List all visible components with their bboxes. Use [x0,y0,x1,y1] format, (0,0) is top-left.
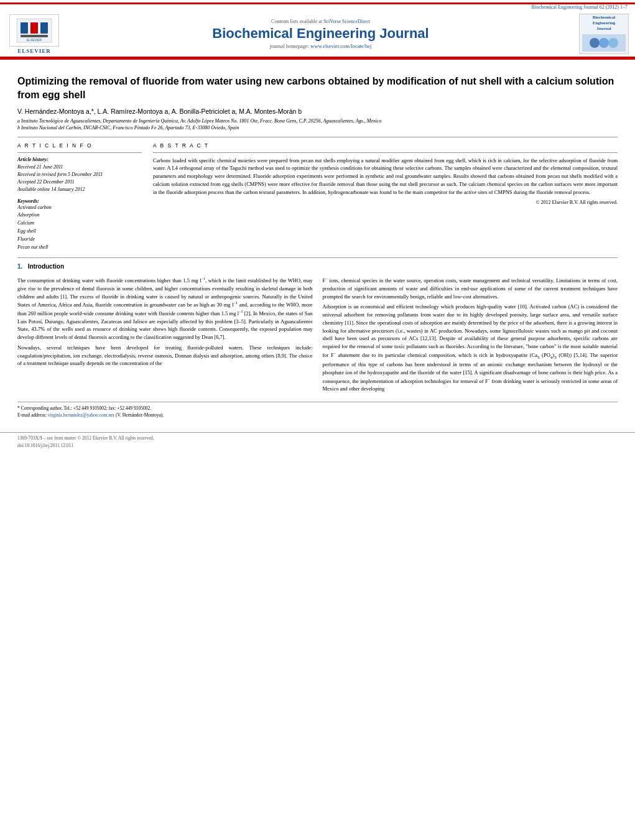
journal-logo-right: BiochemicalEngineeringJournal [579,14,629,54]
received-revised-date: Received in revised form 5 December 2011 [17,171,142,178]
main-content: Optimizing the removal of fluoride from … [0,60,635,425]
footnote-corresponding: * Corresponding author. Tel.: +52 449 91… [17,405,618,412]
abstract-col: A B S T R A C T Carbons loaded with spec… [153,142,618,252]
elsevier-text: ELSEVIER [17,48,51,54]
affiliation-a: a Instituto Tecnológico de Aguascaliente… [17,118,618,124]
body-col-left: The consumption of drinking water with f… [17,276,313,395]
keyword-6: Pecan nut shell [17,244,142,252]
footnote-email: E-mail address: virginia.hernandez@yahoo… [17,412,618,418]
sciverse-link[interactable]: SciVerse ScienceDirect [323,19,370,24]
keyword-1: Activated carbon [17,204,142,212]
svg-rect-2 [30,22,38,34]
keyword-2: Adsorption [17,211,142,219]
elsevier-logo-image: ELSEVIER [9,14,59,47]
journal-homepage: journal homepage: www.elsevier.com/locat… [68,43,573,49]
journal-url[interactable]: www.elsevier.com/locate/bej [310,43,371,49]
article-history-label: Article history: [17,157,142,162]
article-info-label: A R T I C L E I N F O [17,142,142,149]
article-info-col: A R T I C L E I N F O Article history: R… [17,142,142,252]
footnotes: * Corresponding author. Tel.: +52 449 91… [17,402,618,419]
page-footer: 1369-703X/$ – see front matter © 2012 El… [0,432,635,449]
svg-text:ELSEVIER: ELSEVIER [27,38,42,42]
abstract-label: A B S T R A C T [153,142,618,149]
journal-name: Biochemical Engineering Journal [68,25,573,42]
svg-rect-1 [21,22,28,34]
journal-header: Biochemical Engineering Journal 62 (2012… [0,0,635,60]
available-date: Available online 14 January 2012 [17,186,142,193]
footer-doi: doi:10.1016/j.bej.2011.12.011 [17,442,618,449]
copyright: © 2012 Elsevier B.V. All rights reserved… [153,200,618,205]
journal-ref: Biochemical Engineering Journal 62 (2012… [0,4,635,11]
keywords-label: Keywords: [17,198,142,204]
section-num: 1. [17,263,22,270]
abstract-text: Carbons loaded with specific chemical mo… [153,157,618,196]
body-col-right: F− ions, chemical species in the water s… [323,276,618,395]
keyword-3: Calcium [17,219,142,228]
journal-title-center: Contents lists available at SciVerse Sci… [62,19,579,49]
svg-rect-3 [40,22,48,34]
svg-point-9 [608,38,618,48]
body-text: The consumption of drinking water with f… [17,276,618,395]
journal-title-row: ELSEVIER ELSEVIER Contents lists availab… [0,11,635,57]
info-abstract-section: A R T I C L E I N F O Article history: R… [17,142,618,252]
affiliations: a Instituto Tecnológico de Aguascaliente… [17,118,618,131]
contents-bar: Contents lists available at SciVerse Sci… [68,19,573,24]
article-title: Optimizing the removal of fluoride from … [17,75,618,101]
affiliation-b: b Instituto Nacional del Carbón, INCAR-C… [17,124,618,131]
footnote-email-link[interactable]: virginia.hernandez@yahoo.com.mx [48,412,114,418]
svg-point-7 [590,38,600,48]
keywords-section: Keywords: Activated carbon Adsorption Ca… [17,198,142,252]
intro-para-1: The consumption of drinking water with f… [17,276,313,341]
section-title: Introduction [28,263,64,270]
footer-issn: 1369-703X/$ – see front matter © 2012 El… [17,435,618,441]
keyword-5: Fluoride [17,236,142,244]
intro-para-2: Nowadays, several techniques have been d… [17,344,313,367]
svg-rect-4 [21,35,48,37]
authors: V. Hernández-Montoya a,*, L.A. Ramírez-M… [17,108,618,115]
elsevier-logo: ELSEVIER ELSEVIER [6,14,62,54]
accepted-date: Accepted 22 December 2011 [17,178,142,186]
keyword-4: Egg shell [17,228,142,236]
intro-para-4: Adsorption is an economical and efficien… [323,303,618,392]
intro-para-3: F− ions, chemical species in the water s… [323,276,618,300]
received-date: Received 21 June 2011 [17,164,142,171]
svg-point-8 [599,38,609,48]
section-heading-intro: 1. Introduction [17,263,618,270]
